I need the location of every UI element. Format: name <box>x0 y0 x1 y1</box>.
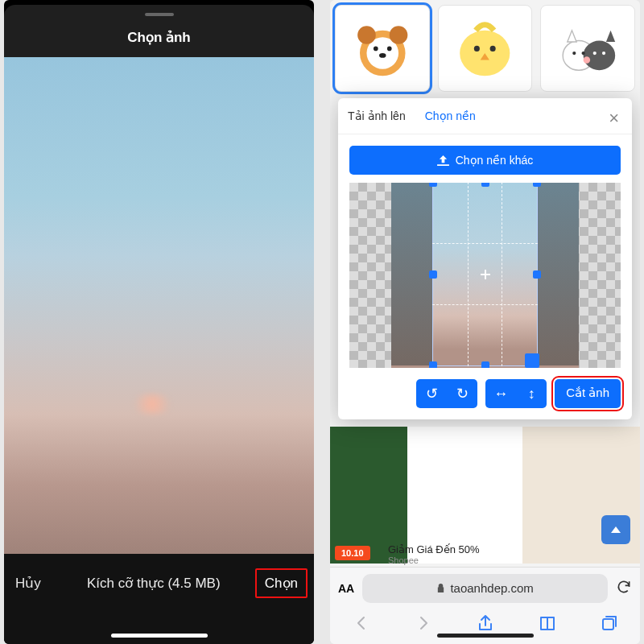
share-button[interactable] <box>475 613 496 633</box>
sheet-grabber[interactable] <box>4 5 314 24</box>
flip-vertical-button[interactable]: ↕ <box>516 379 547 408</box>
svg-point-12 <box>584 40 616 70</box>
crop-toolbar: ↺ ↻ ↔ ↕ Cắt ảnh <box>338 368 632 408</box>
ad-strip: 10.10 Giảm Giá Đến 50% Shopee <box>330 427 640 564</box>
lock-icon <box>436 583 445 593</box>
svg-point-16 <box>581 52 584 55</box>
modal-close-button[interactable]: × <box>602 105 625 132</box>
back-button[interactable] <box>351 613 372 633</box>
svg-point-7 <box>460 30 510 76</box>
svg-marker-14 <box>606 30 615 41</box>
crop-button[interactable]: Cắt ảnh <box>555 379 621 408</box>
svg-point-15 <box>572 52 576 55</box>
choose-other-bg-label: Chọn nền khác <box>456 154 534 167</box>
svg-point-19 <box>584 56 590 63</box>
sticker-row <box>330 0 640 97</box>
crop-center-icon <box>481 270 490 279</box>
ad-date-badge: 10.10 <box>335 546 370 560</box>
photo-preview[interactable] <box>4 57 314 554</box>
tab-choose-bg[interactable]: Chọn nền <box>415 98 485 134</box>
sticker-chick[interactable] <box>438 5 533 92</box>
crop-handle-l[interactable] <box>429 270 437 279</box>
ad-headline: Giảm Giá Đến 50% <box>388 543 480 555</box>
flip-horizontal-button[interactable]: ↔ <box>485 379 516 408</box>
upload-modal: Tải ảnh lên Chọn nền × Chọn nền khác <box>338 98 632 419</box>
forward-button[interactable] <box>413 613 434 633</box>
crop-handle-tl[interactable] <box>429 183 437 187</box>
sticker-dog[interactable] <box>335 5 430 92</box>
choose-other-bg-button[interactable]: Chọn nền khác <box>349 146 621 175</box>
reload-button[interactable] <box>616 579 632 598</box>
url-bar[interactable]: taoanhdep.com <box>362 574 608 603</box>
undo-button[interactable]: ↺ <box>416 379 447 408</box>
home-indicator[interactable] <box>437 634 534 638</box>
safari-address-bar: AA taoanhdep.com <box>330 567 640 609</box>
crop-handle-t[interactable] <box>481 183 489 187</box>
safari-toolbar <box>330 609 640 644</box>
crop-selection[interactable] <box>433 183 537 365</box>
crop-handle-br[interactable] <box>525 353 539 368</box>
file-size-label: Kích cỡ thực (4.5 MB) <box>52 568 255 592</box>
url-domain: taoanhdep.com <box>450 581 533 595</box>
sticker-cats[interactable] <box>540 5 635 92</box>
svg-point-17 <box>593 52 597 55</box>
redo-button[interactable]: ↻ <box>447 379 477 408</box>
flip-group: ↔ ↕ <box>485 379 547 408</box>
svg-point-5 <box>386 46 391 51</box>
svg-point-9 <box>490 45 496 51</box>
phone-left: Chọn ảnh Hủy Kích cỡ thực (4.5 MB) Chọn <box>4 0 314 644</box>
picker-bottom-bar: Hủy Kích cỡ thực (4.5 MB) Chọn <box>4 554 314 644</box>
ad-text[interactable]: Giảm Giá Đến 50% Shopee <box>388 543 480 565</box>
text-size-button[interactable]: AA <box>338 582 354 595</box>
tabs-button[interactable] <box>599 613 620 633</box>
home-indicator[interactable] <box>111 634 208 638</box>
bookmarks-button[interactable] <box>537 613 558 633</box>
svg-point-4 <box>374 46 378 51</box>
cancel-button[interactable]: Hủy <box>4 568 52 598</box>
undo-redo-group: ↺ ↻ <box>416 379 477 408</box>
svg-marker-13 <box>568 30 576 41</box>
crop-canvas[interactable] <box>349 183 621 368</box>
crop-dim-left <box>391 183 433 365</box>
svg-point-3 <box>389 26 407 44</box>
svg-point-8 <box>474 45 480 51</box>
modal-tabs: Tải ảnh lên Chọn nền × <box>338 98 632 134</box>
svg-point-18 <box>602 52 605 55</box>
ad-source: Shopee <box>388 555 480 565</box>
choose-button[interactable]: Chọn <box>255 568 308 598</box>
crop-handle-bl[interactable] <box>429 361 437 368</box>
phone-right: 10.10 Giảm Giá Đến 50% Shopee Tải ảnh lê… <box>330 0 640 644</box>
crop-dim-right <box>537 183 579 365</box>
crop-handle-b[interactable] <box>481 361 489 368</box>
photo-cloud-detail <box>128 394 176 415</box>
scroll-to-top-button[interactable] <box>601 515 630 544</box>
svg-point-6 <box>379 53 386 58</box>
tab-upload[interactable]: Tải ảnh lên <box>338 98 415 134</box>
crop-handle-tr[interactable] <box>533 183 541 187</box>
svg-point-2 <box>357 26 376 44</box>
picker-title: Chọn ảnh <box>4 24 314 57</box>
svg-rect-20 <box>603 619 613 630</box>
crop-handle-r[interactable] <box>533 270 541 279</box>
upload-icon <box>437 155 449 166</box>
